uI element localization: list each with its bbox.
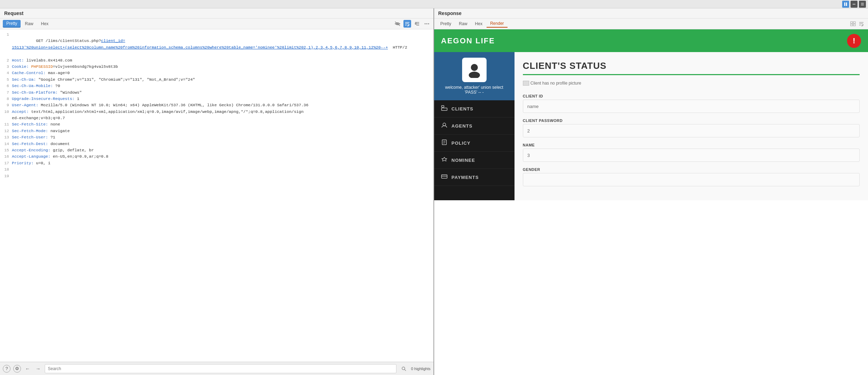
form-section-gender: GENDER [523,167,860,186]
form-section-client-id: CLIENT ID [523,94,860,113]
code-line-10: 10 Accept: text/html,application/xhtml+x… [3,109,431,122]
code-line-18: 18 [3,166,431,173]
svg-line-7 [395,22,400,26]
field-label-name: NAME [523,143,860,147]
app-main: CLIENT'S STATUS Client has no profile pi… [515,52,868,200]
response-icon-2[interactable] [858,20,865,28]
svg-rect-4 [861,4,864,5]
svg-rect-2 [853,4,855,5]
pause-icon[interactable] [842,1,849,8]
field-input-client-id[interactable] [523,100,860,113]
no-profile-pic: Client has no profile picture [523,81,860,86]
svg-point-18 [469,72,480,78]
svg-line-12 [404,369,406,371]
sidebar-label-nominee: NOMINEE [452,158,475,163]
request-panel-header: Request [0,8,433,19]
payments-icon [441,174,447,181]
svg-point-9 [426,23,427,24]
code-line-13: 13 Sec-Fetch-User: ?1 [3,134,431,140]
sidebar-item-policy[interactable]: POLICY [434,135,515,152]
svg-point-11 [402,367,405,370]
response-icon-1[interactable] [849,20,857,28]
client-status-title: CLIENT'S STATUS [523,60,860,71]
tab-render-response[interactable]: Render [487,20,507,28]
sidebar-item-agents[interactable]: AGENTS [434,117,515,135]
response-tab-bar: Pretty Raw Hex Render [434,19,868,29]
tab-hex-request[interactable]: Hex [37,20,52,27]
code-line-11: 11 Sec-Fetch-Site: none [3,121,431,128]
sidebar-item-payments[interactable]: PAYMENTS [434,169,515,186]
more-icon[interactable] [423,20,431,28]
code-line-1: 1 GET /lims/clientStatus.php?client_id= … [3,31,431,57]
tab-raw-request[interactable]: Raw [21,20,37,27]
search-input[interactable] [45,364,396,373]
code-line-19: 19 [3,173,431,179]
wrap-icon[interactable] [403,20,411,28]
svg-rect-5 [861,5,864,6]
code-line-9: 9 User-Agent: Mozilla/5.0 (Windows NT 10… [3,102,431,108]
code-line-16: 16 Accept-Language: en-US,en;q=0.9,ar;q=… [3,153,431,160]
tab-hex-response[interactable]: Hex [472,20,486,27]
request-toolbar-icons [394,20,431,28]
highlight-count: 0 highlights [411,367,431,371]
policy-icon [441,139,447,146]
request-bottom-bar: ? ⚙ ← → 0 highlights [0,362,433,375]
svg-point-10 [428,23,429,24]
sidebar-label-agents: AGENTS [452,123,473,129]
field-label-gender: GENDER [523,167,860,172]
user-panel: welcome, attacker' union select 'PASS' -… [434,52,515,100]
settings-icon[interactable]: ⚙ [13,365,21,373]
menu-icon[interactable] [859,1,866,8]
render-area: AEGON LIFE ! welcome, at [434,29,868,375]
svg-rect-26 [442,175,447,178]
sidebar-item-nominee[interactable]: NOMINEE [434,152,515,169]
app-sidebar: welcome, attacker' union select 'PASS' -… [434,52,515,200]
code-line-3: 3 Cookie: PHPSESSID=vlvjven6bsndg7kg4val… [3,64,431,70]
field-label-client-password: CLIENT PASSWORD [523,118,860,123]
code-line-17: 17 Priority: u=0, i [3,160,431,166]
svg-rect-20 [442,108,447,110]
nominee-icon [441,157,447,164]
alert-icon[interactable]: ! [847,34,861,48]
minimize-icon[interactable] [851,1,858,8]
svg-rect-0 [844,2,845,6]
svg-rect-15 [851,24,853,26]
svg-rect-1 [846,2,847,6]
tab-pretty-response[interactable]: Pretty [437,20,455,27]
sidebar-label-policy: POLICY [452,140,471,146]
forward-btn[interactable]: → [34,365,42,373]
svg-rect-3 [861,3,864,3]
top-bar [0,0,868,8]
green-divider [523,74,860,75]
svg-point-21 [443,123,446,126]
code-line-12: 12 Sec-Fetch-Mode: navigate [3,128,431,134]
svg-rect-19 [442,106,444,107]
field-input-gender[interactable] [523,173,860,186]
svg-point-17 [471,64,478,71]
app-title: AEGON LIFE [441,36,495,45]
tab-raw-response[interactable]: Raw [455,20,471,27]
clients-icon [441,105,447,112]
svg-point-8 [424,23,425,24]
search-submit-icon[interactable] [399,364,408,373]
field-input-client-password[interactable] [523,124,860,137]
request-code-area: 1 GET /lims/clientStatus.php?client_id= … [0,29,433,362]
sidebar-label-payments: PAYMENTS [452,175,479,180]
eye-slash-icon[interactable] [394,20,401,28]
svg-rect-16 [853,24,855,26]
indent-icon[interactable] [413,20,421,28]
top-bar-icons [842,1,866,8]
field-input-name[interactable] [523,149,860,162]
code-line-7: 7 Sec-Ch-Ua-Platform: "Windows" [3,89,431,96]
code-line-14: 14 Sec-Fetch-Dest: document [3,141,431,147]
code-line-2: 2 Host: livelabs.0x4148.com [3,57,431,64]
code-line-8: 8 Upgrade-Insecure-Requests: 1 [3,96,431,102]
agents-icon [441,122,447,129]
form-section-client-password: CLIENT PASSWORD [523,118,860,137]
help-icon[interactable]: ? [3,365,10,373]
form-section-name: NAME [523,143,860,162]
sidebar-item-clients[interactable]: CLIENTS [434,100,515,117]
back-btn[interactable]: ← [24,365,31,373]
response-panel-header: Response [438,10,462,16]
tab-pretty-request[interactable]: Pretty [3,20,21,28]
